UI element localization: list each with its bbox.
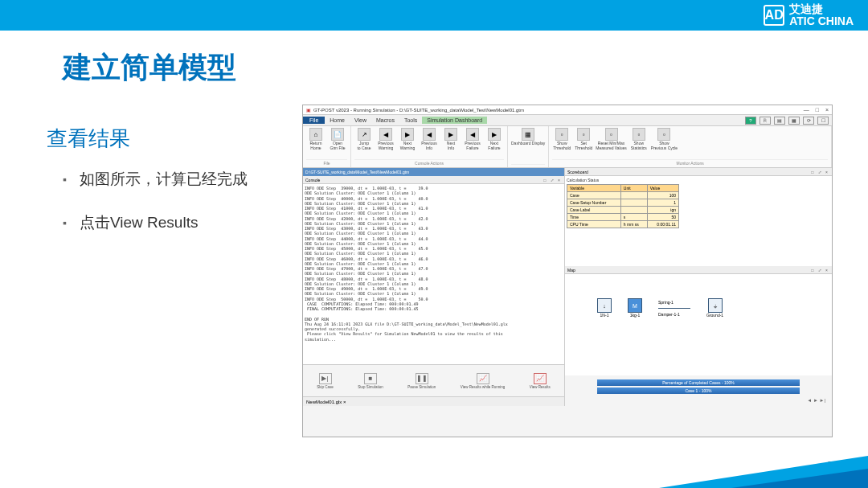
- ribbon-icon: ▶: [401, 128, 414, 141]
- panel-controls[interactable]: □ ⤢ ×: [811, 268, 829, 273]
- ribbon-label: Next Failure: [488, 141, 500, 150]
- table-row: CPU Timeh mm ss0:00:01.11: [567, 221, 679, 228]
- window-titlebar[interactable]: ▣ GT-POST v2023 - Running Simulation - D…: [303, 105, 832, 115]
- ribbon-button[interactable]: ▶Next Info: [441, 128, 461, 159]
- skip-icon: ▶|: [319, 373, 332, 384]
- ribbon-group-monitor: ▫Show Threshold▫Set Threshold▫Reset Min/…: [549, 126, 832, 167]
- stop-icon: ■: [364, 373, 377, 384]
- ribbon-icon: ▶: [488, 128, 501, 141]
- ribbon-button[interactable]: ▫Show Statistics: [629, 128, 649, 159]
- brand-logo: AD 艾迪捷 ATIC CHINA: [764, 3, 854, 28]
- menu-tools[interactable]: Tools: [399, 117, 422, 123]
- ribbon-group-label: [511, 164, 545, 166]
- close-icon[interactable]: ×: [825, 107, 829, 113]
- ribbon-button[interactable]: ▫Reset Min/Max Measured Values: [596, 128, 627, 159]
- tool-icon[interactable]: ▦: [788, 117, 800, 125]
- scoreboard-header: Scoreboard □ ⤢ ×: [565, 168, 832, 176]
- file-tab[interactable]: NewModel01.glx ×: [303, 396, 564, 406]
- map-panel[interactable]: ↓1N-1 M1kg-1 Spring-1 Damper-1-1 ⏚Ground…: [565, 274, 832, 375]
- view-results-running-button[interactable]: 📈View Results while Running: [461, 373, 505, 389]
- window-title: GT-POST v2023 - Running Simulation - D:\…: [313, 108, 804, 113]
- ribbon-icon: ◀: [466, 128, 479, 141]
- col-header: Unit: [620, 185, 647, 192]
- window-buttons: — □ ×: [804, 107, 829, 113]
- ground-icon: ⏚: [708, 298, 723, 313]
- page-subtitle: 查看结果: [47, 125, 130, 153]
- menu-macros[interactable]: Macros: [371, 117, 399, 123]
- brand-cn: 艾迪捷: [789, 3, 854, 15]
- stop-simulation-button[interactable]: ■Stop Simulation: [358, 373, 383, 389]
- ribbon-label: Jump to Case: [357, 141, 371, 150]
- ribbon-label: Previous Warning: [378, 141, 393, 150]
- app-icon: ▣: [306, 107, 311, 113]
- tool-icon[interactable]: ▤: [774, 117, 785, 125]
- table-row: Case Labelign: [567, 207, 679, 214]
- scoreboard-panel: Calculation Status Variable Unit Value C…: [565, 176, 832, 266]
- path-bar: D:\GT-SUITE_working_data\Model_Test\NewM…: [303, 168, 564, 176]
- left-pane: D:\GT-SUITE_working_data\Model_Test\NewM…: [303, 168, 565, 406]
- pause-icon: ❚❚: [416, 373, 428, 384]
- ribbon-button[interactable]: ▶Next Failure: [485, 128, 504, 159]
- panel-controls[interactable]: □ ⤢ ×: [811, 170, 829, 174]
- logo-icon: AD: [764, 5, 784, 26]
- view-results-button[interactable]: 📈View Results: [530, 373, 551, 389]
- tool-icon[interactable]: ☐: [817, 117, 829, 125]
- damper-label: Damper-1-1: [658, 312, 690, 317]
- spring-label: Spring-1: [658, 300, 690, 305]
- node-ground[interactable]: ⏚Ground-1: [706, 298, 723, 318]
- nav-buttons[interactable]: ◄ ► ►|: [565, 398, 832, 406]
- menu-home[interactable]: Home: [325, 117, 350, 123]
- menu-file[interactable]: File: [303, 117, 325, 124]
- ribbon-button[interactable]: ↗Jump to Case: [354, 128, 374, 159]
- ribbon-button[interactable]: ◀Previous Failure: [463, 128, 482, 159]
- ribbon-label: Open Gtm File: [330, 141, 346, 150]
- ribbon-icon: ▫: [605, 128, 618, 141]
- ribbon-group-label: File: [306, 159, 347, 166]
- ribbon-label: Dashboard Display: [511, 141, 545, 146]
- ribbon-label: Next Info: [447, 141, 455, 150]
- tool-icon[interactable]: ⎘: [760, 117, 771, 125]
- console-output[interactable]: INFO ODE Step 39000, dt = 1.000E-03, t =…: [303, 184, 564, 364]
- panel-title: Map: [567, 268, 575, 273]
- ribbon-icon: ◀: [379, 128, 392, 141]
- ribbon-label: Previous Info: [421, 141, 436, 150]
- panel-controls[interactable]: □ ⤢ ×: [543, 178, 562, 182]
- ribbon-icon: ▫: [633, 128, 645, 141]
- progress-area: Percentage of Completed Cases - 100% Cas…: [565, 375, 832, 398]
- ribbon-label: Show Previous Cycle: [651, 141, 678, 150]
- maximize-icon[interactable]: □: [816, 107, 819, 113]
- ribbon-label: Previous Failure: [465, 141, 480, 150]
- help-icon[interactable]: ?: [745, 117, 756, 125]
- ribbon-button[interactable]: ⌂Return Home: [306, 128, 326, 159]
- chart-icon: 📈: [477, 373, 489, 384]
- ribbon-label: Return Home: [309, 141, 321, 150]
- ribbon-button[interactable]: ◀Previous Warning: [376, 128, 395, 159]
- table-row: Case Setup Number1: [567, 199, 679, 207]
- ribbon-label: Set Threshold: [575, 141, 592, 150]
- ribbon-button[interactable]: ▫Set Threshold: [574, 128, 593, 159]
- ribbon-button[interactable]: 📄Open Gtm File: [328, 128, 347, 159]
- tool-icon[interactable]: ⟳: [803, 117, 814, 125]
- force-icon: ↓: [597, 298, 612, 313]
- menu-view[interactable]: View: [350, 117, 371, 123]
- console-header: Console □ ⤢ ×: [303, 176, 564, 184]
- ribbon-button[interactable]: ▦Dashboard Display: [511, 128, 545, 164]
- node-mass[interactable]: M1kg-1: [628, 298, 642, 318]
- right-pane: Scoreboard □ ⤢ × Calculation Status Vari…: [565, 168, 832, 406]
- menu-simulation-dashboard[interactable]: Simulation Dashboard: [422, 117, 487, 124]
- ribbon-icon: ▫: [577, 128, 590, 141]
- ribbon-group-label: Monitor Actions: [552, 159, 828, 166]
- scoreboard-table: Variable Unit Value Case100Case Setup Nu…: [567, 184, 679, 228]
- bullet-item: 点击View Results: [63, 212, 248, 233]
- ribbon-group-dashboard: ▦Dashboard Display: [508, 126, 549, 167]
- calc-status-label: Calculation Status: [567, 178, 830, 182]
- node-force[interactable]: ↓1N-1: [597, 298, 612, 318]
- pause-simulation-button[interactable]: ❚❚Pause Simulation: [407, 373, 436, 389]
- ribbon-button[interactable]: ▫Show Threshold: [552, 128, 571, 159]
- app-window: ▣ GT-POST v2023 - Running Simulation - D…: [302, 105, 833, 437]
- ribbon-button[interactable]: ◀Previous Info: [420, 128, 439, 159]
- ribbon-button[interactable]: ▫Show Previous Cycle: [651, 128, 678, 159]
- skip-case-button[interactable]: ▶|Skip Case: [317, 373, 334, 389]
- minimize-icon[interactable]: —: [804, 107, 809, 113]
- ribbon-button[interactable]: ▶Next Warning: [398, 128, 417, 159]
